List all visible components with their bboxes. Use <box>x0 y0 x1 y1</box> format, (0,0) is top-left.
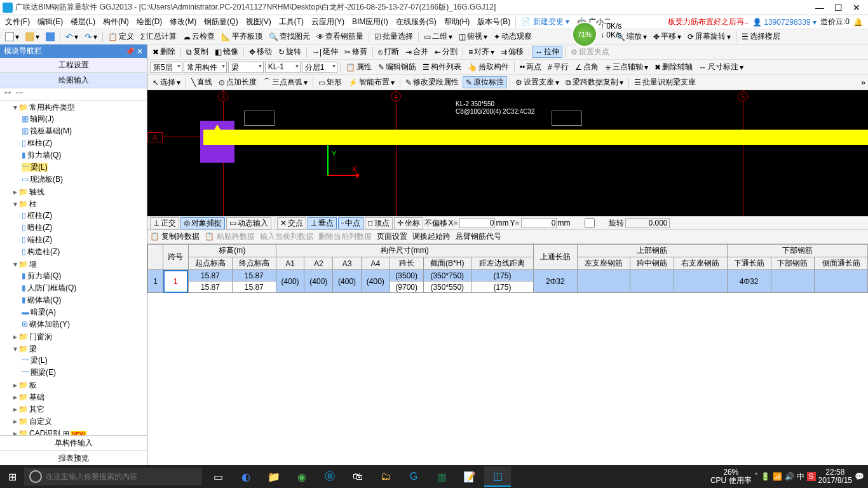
offset-button[interactable]: ⇉ 偏移 <box>498 46 526 58</box>
cloud-check-button[interactable]: ☁ 云检查 <box>180 30 217 43</box>
copy-span-data[interactable]: 📋 复制跨数据 <box>150 231 200 242</box>
delete-button[interactable]: ✖ 删除 <box>150 46 178 58</box>
mod-span-button[interactable]: ✎ 修改梁段属性 <box>403 76 461 88</box>
pick-button[interactable]: 👆 拾取构件 <box>465 61 512 73</box>
y-input[interactable] <box>521 218 557 228</box>
taskview-icon[interactable]: ▭ <box>205 466 231 487</box>
start-button[interactable]: ⊞ <box>0 471 24 483</box>
tree-wall-group[interactable]: ▾📁墙 ▮剪力墙(Q) ▮人防门框墙(Q) ▮砌体墙(Q) ▬暗梁(A) ⊞砌体… <box>11 259 146 331</box>
app-chrome[interactable]: ◐ <box>233 466 259 487</box>
menu-modify[interactable]: 修改(M) <box>166 15 200 29</box>
mid-snap[interactable]: ◦ 中点 <box>338 217 363 229</box>
minimize-button[interactable]: — <box>815 3 824 13</box>
merge-button[interactable]: ⇥ 合并 <box>403 46 431 58</box>
three-aux-button[interactable]: ⚹ 三点辅轴 ▾ <box>602 61 651 73</box>
size-label-button[interactable]: ↔ 尺寸标注 ▾ <box>696 61 746 73</box>
save-button[interactable] <box>43 32 57 42</box>
tree-col-end[interactable]: ▯端柱(Z) <box>22 234 146 246</box>
osnap-toggle[interactable]: ◎ 对象捕捉 <box>180 217 225 229</box>
batch-select-button[interactable]: ☑ 批量选择 <box>372 30 416 43</box>
app-edge[interactable]: ⓔ <box>316 466 343 487</box>
pt-ext-tool[interactable]: ⊙ 点加长度 <box>216 76 259 88</box>
app-excel[interactable]: ▦ <box>428 466 455 487</box>
parallel-button[interactable]: # 平行 <box>545 61 571 73</box>
tree-grid[interactable]: ▦轴网(J) <box>22 113 146 125</box>
tree-beam-group[interactable]: ▾📁梁 〰梁(L) 〰圈梁(E) <box>11 343 146 379</box>
phone-label[interactable]: 👤 13907298339 ▾ <box>752 18 817 27</box>
batch-support-button[interactable]: ☰ 批量识别梁支座 <box>632 76 698 88</box>
tree-cad[interactable]: ▸📁CAD识别 ⊞NEW <box>11 428 146 435</box>
view-rebar-button[interactable]: 👁 查看钢筋量 <box>314 30 366 43</box>
tray-vol-icon[interactable]: 🔊 <box>785 472 794 481</box>
redo-button[interactable]: ↷▾ <box>82 31 100 43</box>
maximize-button[interactable]: ☐ <box>834 3 843 13</box>
tree-wall-frame[interactable]: ▮人防门框墙(Q) <box>22 282 146 294</box>
attr-button[interactable]: 📋 属性 <box>343 61 374 73</box>
two-point-button[interactable]: •• 两点 <box>517 61 544 73</box>
tree-framecol[interactable]: ▯框柱(Z) <box>22 137 146 149</box>
tree-beam-l[interactable]: 〰梁(L) <box>22 355 146 367</box>
move-button[interactable]: ✥ 移动 <box>247 46 275 58</box>
tab-single-input[interactable]: 单构件输入 <box>0 436 147 451</box>
support-button[interactable]: ⚙ 设置支座 ▾ <box>513 76 562 88</box>
angle-button[interactable]: ∠ 点角 <box>573 61 601 73</box>
perp-snap[interactable]: ⊥ 垂点 <box>308 217 337 229</box>
menu-member[interactable]: 构件(N) <box>99 15 133 29</box>
expand-all-icon[interactable]: ⁺⁺ <box>4 90 11 98</box>
bell-icon[interactable]: 🔔 <box>853 18 863 27</box>
view-top-button[interactable]: ◫ 俯视 ▾ <box>456 30 490 43</box>
tab-draw-input[interactable]: 绘图输入 <box>0 73 147 88</box>
view-2d-button[interactable]: ▭ 二维 ▾ <box>421 30 455 43</box>
menu-floor[interactable]: 楼层(L) <box>67 15 99 29</box>
menu-online[interactable]: 在线服务(S) <box>392 15 440 29</box>
rect-tool[interactable]: ▭ 矩形 <box>316 76 344 88</box>
menu-view[interactable]: 视图(V) <box>242 15 275 29</box>
tree-found[interactable]: ▸📁基础 <box>11 391 146 403</box>
stretch-button[interactable]: ↔ 拉伸 <box>532 46 562 58</box>
break-button[interactable]: ⎋ 打断 <box>376 46 402 58</box>
menu-draw[interactable]: 绘图(D) <box>133 15 166 29</box>
tree-slab[interactable]: ▭现浇板(B) <box>22 173 146 186</box>
define-button[interactable]: 📋 定义 <box>105 30 137 43</box>
tray-up-icon[interactable]: ˄ <box>754 472 758 481</box>
grip-button[interactable]: ⚙ 设置夹点 <box>568 46 612 58</box>
copy-span-data-button[interactable]: ⧉ 梁跨数据复制 ▾ <box>563 76 626 88</box>
new-change-button[interactable]: 📄 新建变更 ▾ <box>517 15 573 29</box>
tree-root[interactable]: ▾📁常用构件类型 ▦轴网(J) ▥筏板基础(M) ▯框柱(Z) ▮剪力墙(Q) … <box>11 102 146 186</box>
close-button[interactable]: ✕ <box>853 3 860 13</box>
pan-button[interactable]: ✥ 平移 ▾ <box>651 30 684 43</box>
span-select[interactable]: 分层1 <box>302 62 337 73</box>
x-input[interactable] <box>459 218 495 228</box>
select-tool[interactable]: ↖ 选择 ▾ <box>150 76 183 88</box>
search-box[interactable] <box>24 468 202 485</box>
type-select[interactable]: 梁 <box>228 62 264 73</box>
floor-select[interactable]: 第5层 <box>150 62 182 73</box>
app-q[interactable]: G <box>400 466 427 487</box>
copy-button[interactable]: ⧉ 复制 <box>184 46 211 58</box>
tree-col-hidden[interactable]: ▯暗柱(Z) <box>22 222 146 234</box>
app-explorer[interactable]: 🗂 <box>372 466 399 487</box>
find-button[interactable]: 🔍 查找图元 <box>266 30 313 43</box>
tree-shearwall[interactable]: ▮剪力墙(Q) <box>22 149 146 161</box>
rotate-checkbox[interactable] <box>572 218 607 228</box>
tree-raft[interactable]: ▥筏板基础(M) <box>22 125 146 137</box>
app-store[interactable]: 🛍 <box>344 466 371 487</box>
menu-help[interactable]: 帮助(H) <box>440 15 474 29</box>
rotate-button[interactable]: ↻ 旋转 <box>276 46 304 58</box>
app-folder[interactable]: 📁 <box>261 466 287 487</box>
tree-wall-masonry[interactable]: ▮砌体墙(Q) <box>22 294 146 306</box>
tree-wall-hiddenbeam[interactable]: ▬暗梁(A) <box>22 306 146 318</box>
tree-wall-shear[interactable]: ▮剪力墙(Q) <box>22 270 146 282</box>
cross-snap[interactable]: ✕ 交点 <box>277 217 306 229</box>
tree-beam[interactable]: 〰梁(L) <box>22 161 146 173</box>
toolbar-more-icon[interactable]: » <box>861 78 865 87</box>
angle-input[interactable]: 0.000 <box>625 218 670 228</box>
extend-button[interactable]: →| 延伸 <box>309 46 341 58</box>
tray-sogou-icon[interactable]: S <box>807 472 816 481</box>
span-table[interactable]: 跨号 标高(m) 构件尺寸(mm) 上通长筋 上部钢筋 下部钢筋 起点标高终点标… <box>147 244 868 466</box>
open-button[interactable]: ▾ <box>23 32 42 42</box>
coord-snap[interactable]: ✛ 坐标 <box>394 217 423 229</box>
offset-mode[interactable]: 不偏移 <box>424 218 447 229</box>
cpu-meter[interactable]: 26%CPU 使用率 <box>710 468 752 485</box>
swap-start[interactable]: 调换起始跨 <box>412 231 451 242</box>
